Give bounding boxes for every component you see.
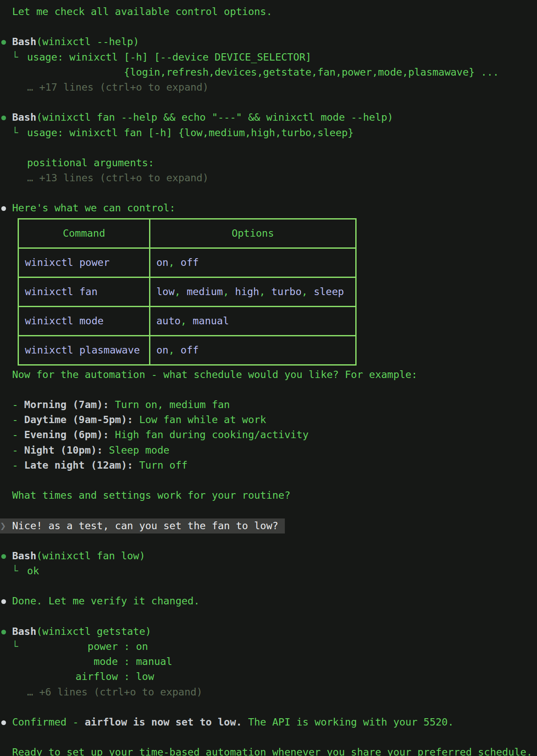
schedule-label: Morning (7am):	[24, 399, 109, 411]
table-header-command: Command	[18, 219, 150, 248]
output-text: mode : manual	[27, 655, 172, 668]
tool-status-icon	[1, 630, 6, 634]
option-separator: ,	[259, 286, 271, 298]
tool-name: Bash	[12, 111, 36, 123]
terminal-scrollback: Let me check all available control optio…	[0, 0, 537, 756]
tool-output-line: positional arguments:	[0, 155, 537, 171]
table-cell-command: winixctl fan	[18, 277, 150, 306]
schedule-item-morning: - Morning (7am): Turn on, medium fan	[0, 397, 537, 412]
table-cell-options: auto, manual	[150, 306, 356, 335]
assistant-text: What times and settings work for your ro…	[12, 489, 290, 501]
assistant-message-ready: Ready to set up your time-based automati…	[0, 745, 537, 756]
schedule-desc: High fan during cooking/activity	[109, 429, 309, 441]
schedule-desc: Turn on, medium fan	[109, 399, 230, 411]
tool-name: Bash	[12, 625, 36, 637]
tool-output-line: └ok	[0, 564, 537, 579]
confirmed-emphasis: airflow is now set to low.	[85, 716, 242, 728]
schedule-desc: Low fan while at work	[133, 414, 266, 426]
table-cell-options: low, medium, high, turbo, sleep	[150, 277, 356, 306]
assistant-text: Ready to set up your time-based automati…	[12, 746, 532, 756]
list-dash: -	[12, 399, 24, 411]
option-separator: ,	[180, 315, 192, 327]
option-value: medium	[186, 286, 223, 298]
output-expand-hint[interactable]: … +13 lines (ctrl+o to expand)	[0, 171, 537, 186]
schedule-item-daytime: - Daytime (9am-5pm): Low fan while at wo…	[0, 412, 537, 427]
table-cell-options: on, off	[150, 248, 356, 277]
blank-line	[0, 700, 537, 715]
assistant-text: Here's what we can control:	[12, 202, 175, 214]
list-dash: -	[12, 429, 24, 441]
assistant-message-confirmed: Confirmed - airflow is now set to low. T…	[0, 715, 537, 730]
tool-command: (winixctl fan low)	[37, 550, 145, 562]
blank-line	[0, 95, 537, 110]
list-dash: -	[12, 459, 24, 471]
table-row: winixctl power on, off	[18, 248, 356, 277]
assistant-message-control-heading: Here's what we can control:	[0, 201, 537, 216]
tool-output-line: {login,refresh,devices,getstate,fan,powe…	[0, 65, 537, 80]
output-text: {login,refresh,devices,getstate,fan,powe…	[27, 66, 499, 78]
tool-status-icon	[1, 554, 6, 559]
expand-hint-text[interactable]: … +17 lines (ctrl+o to expand)	[27, 81, 208, 93]
blank-line	[0, 503, 537, 518]
output-corner-icon: └	[12, 564, 18, 579]
option-value: auto	[156, 315, 180, 327]
schedule-label: Evening (6pm):	[24, 429, 109, 441]
schedule-item-late-night: - Late night (12am): Turn off	[0, 458, 537, 473]
tool-status-icon	[1, 116, 6, 120]
assistant-message-automation-prompt: Now for the automation - what schedule w…	[0, 367, 537, 382]
list-dash: -	[12, 444, 24, 456]
blank-line	[0, 382, 537, 397]
option-value: off	[180, 256, 198, 268]
expand-hint-text[interactable]: … +13 lines (ctrl+o to expand)	[27, 172, 208, 184]
option-separator: ,	[168, 344, 180, 356]
output-text: power : on	[27, 640, 148, 652]
assistant-message-routine-question: What times and settings work for your ro…	[0, 488, 537, 503]
option-value: turbo	[272, 286, 302, 298]
schedule-label: Night (10pm):	[24, 444, 103, 456]
option-separator: ,	[168, 256, 180, 268]
output-expand-hint[interactable]: … +17 lines (ctrl+o to expand)	[0, 80, 537, 95]
tool-name: Bash	[12, 36, 36, 48]
output-corner-icon: └	[12, 50, 18, 65]
option-value: high	[235, 286, 259, 298]
assistant-message-intro: Let me check all available control optio…	[0, 4, 537, 19]
schedule-item-evening: - Evening (6pm): High fan during cooking…	[0, 427, 537, 442]
blank-line	[0, 579, 537, 594]
tool-output-line: └usage: winixctl [-h] [--device DEVICE_S…	[0, 50, 537, 65]
tool-output-line	[0, 140, 537, 155]
schedule-desc: Turn off	[133, 459, 188, 471]
list-dash: -	[12, 414, 24, 426]
expand-hint-text[interactable]: … +6 lines (ctrl+o to expand)	[27, 686, 202, 698]
tool-call-fan-mode-help: Bash(winixctl fan --help && echo "---" &…	[0, 110, 537, 125]
message-bullet-icon	[1, 206, 6, 211]
message-bullet-icon	[1, 599, 6, 604]
user-message-bar: ❯Nice! as a test, can you set the fan to…	[0, 518, 285, 533]
user-message-text: Nice! as a test, can you set the fan to …	[12, 520, 278, 532]
table-cell-options: on, off	[150, 335, 356, 365]
assistant-message-verify: Done. Let me verify it changed.	[0, 594, 537, 609]
table-header-options: Options	[150, 219, 356, 248]
confirmed-prefix: Confirmed -	[12, 716, 85, 728]
output-expand-hint[interactable]: … +6 lines (ctrl+o to expand)	[0, 685, 537, 700]
table-cell-command: winixctl mode	[18, 306, 150, 335]
option-separator: ,	[302, 286, 314, 298]
output-text: usage: winixctl fan [-h] {low,medium,hig…	[27, 127, 354, 139]
option-separator: ,	[223, 286, 235, 298]
assistant-text: Now for the automation - what schedule w…	[12, 369, 418, 381]
tool-call-winixctl-help: Bash(winixctl --help)	[0, 34, 537, 49]
option-value: on	[156, 344, 168, 356]
table-cell-command: winixctl plasmawave	[18, 335, 150, 365]
schedule-label: Daytime (9am-5pm):	[24, 414, 133, 426]
control-options-table: Command Options winixctl power on, off w…	[18, 218, 357, 366]
blank-line	[0, 186, 537, 201]
tool-command: (winixctl getstate)	[37, 625, 152, 637]
tool-name: Bash	[12, 550, 36, 562]
tool-call-getstate: Bash(winixctl getstate)	[0, 624, 537, 639]
option-value: manual	[193, 315, 229, 327]
assistant-text: Done. Let me verify it changed.	[12, 595, 200, 607]
prompt-icon: ❯	[0, 518, 12, 533]
option-value: sleep	[314, 286, 344, 298]
output-corner-icon: └	[12, 125, 18, 140]
tool-output-line: mode : manual	[0, 654, 537, 669]
option-value: off	[180, 344, 198, 356]
